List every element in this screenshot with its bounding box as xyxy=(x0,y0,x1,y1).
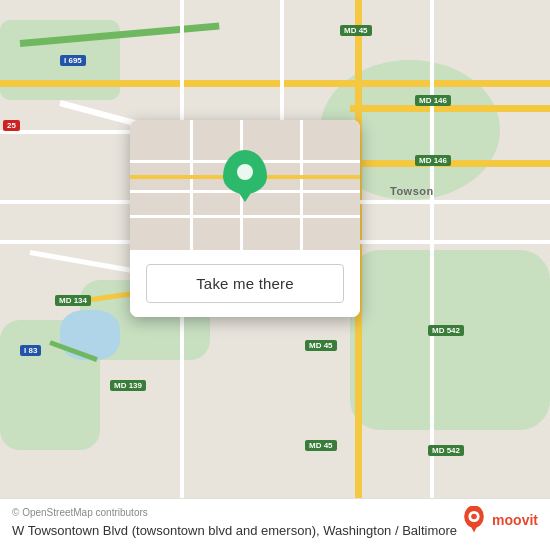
water-area xyxy=(60,310,120,360)
copyright-text: © OpenStreetMap contributors xyxy=(12,507,538,518)
shield-25: 25 xyxy=(3,120,20,131)
mini-road-3 xyxy=(130,215,360,218)
road-top-major xyxy=(0,80,550,87)
shield-md45-2: MD 45 xyxy=(305,340,337,351)
mini-road-v1 xyxy=(190,120,193,250)
shield-md146-2: MD 146 xyxy=(415,155,451,166)
map-container: Towson I 695 MD 45 MD 146 MD 146 MD 134 … xyxy=(0,0,550,550)
card-map-section xyxy=(130,120,360,250)
shield-md139: MD 139 xyxy=(110,380,146,391)
moovit-logo: moovit xyxy=(460,506,538,534)
pin-inner xyxy=(237,164,253,180)
shield-md542-2: MD 542 xyxy=(428,445,464,456)
location-text: W Towsontown Blvd (towsontown blvd and e… xyxy=(12,522,538,540)
svg-point-2 xyxy=(471,514,477,520)
take-me-there-button[interactable]: Take me there xyxy=(146,264,344,303)
shield-md134: MD 134 xyxy=(55,295,91,306)
shield-md45-1: MD 45 xyxy=(340,25,372,36)
shield-md146-1: MD 146 xyxy=(415,95,451,106)
area-label-towson: Towson xyxy=(390,185,434,197)
card-button-section: Take me there xyxy=(130,250,360,317)
mini-road-v3 xyxy=(300,120,303,250)
bottom-bar: © OpenStreetMap contributors W Towsontow… xyxy=(0,498,550,550)
location-pin xyxy=(223,150,267,194)
shield-md542-1: MD 542 xyxy=(428,325,464,336)
park-area-3 xyxy=(350,250,550,430)
moovit-text: moovit xyxy=(492,512,538,528)
shield-i695: I 695 xyxy=(60,55,86,66)
shield-i83: I 83 xyxy=(20,345,41,356)
shield-md45-3: MD 45 xyxy=(305,440,337,451)
svg-marker-3 xyxy=(470,524,478,532)
moovit-icon xyxy=(460,506,488,534)
road-md146-1 xyxy=(350,105,550,112)
road-minor-v3 xyxy=(430,0,434,550)
info-card: Take me there xyxy=(130,120,360,317)
